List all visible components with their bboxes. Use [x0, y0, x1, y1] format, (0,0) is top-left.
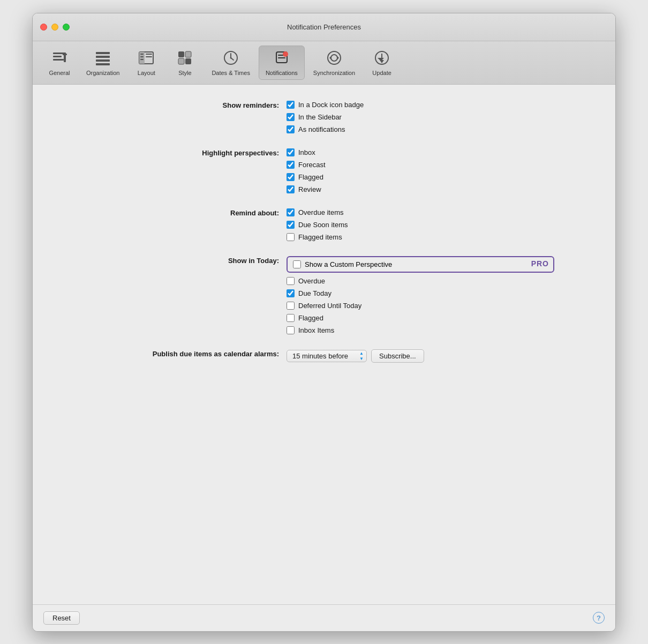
- tab-organization-label: Organization: [86, 70, 119, 76]
- svg-rect-19: [185, 58, 191, 64]
- publish-due-label: Publish due items as calendar alarms:: [137, 349, 287, 358]
- subscribe-button[interactable]: Subscribe...: [371, 349, 424, 363]
- reminder-notifications-label: As notifications: [298, 125, 345, 133]
- svg-rect-18: [178, 58, 184, 64]
- sit-flagged-checkbox[interactable]: [287, 314, 295, 322]
- reminder-dock-row: In a Dock icon badge: [287, 101, 364, 109]
- tab-synchronization[interactable]: Synchronization: [307, 46, 361, 79]
- svg-rect-11: [140, 54, 144, 55]
- show-in-today-label: Show in Today:: [137, 256, 287, 265]
- ra-due-soon-checkbox[interactable]: [287, 221, 295, 229]
- ra-overdue-row: Overdue items: [287, 208, 348, 216]
- hp-inbox-row: Inbox: [287, 148, 326, 156]
- tab-dates-times[interactable]: Dates & Times: [205, 46, 257, 79]
- reminder-dock-checkbox[interactable]: [287, 101, 295, 109]
- tab-general[interactable]: General: [41, 46, 78, 79]
- publish-controls-row: 5 minutes before 10 minutes before 15 mi…: [287, 349, 424, 363]
- hp-flagged-checkbox[interactable]: [287, 173, 295, 181]
- bottom-bar: Reset ?: [33, 604, 615, 631]
- reset-button[interactable]: Reset: [43, 611, 80, 625]
- hp-inbox-checkbox[interactable]: [287, 148, 295, 156]
- zoom-button[interactable]: [63, 24, 70, 31]
- sit-inbox-label: Inbox Items: [298, 326, 334, 334]
- general-icon: [50, 48, 69, 68]
- svg-rect-6: [96, 56, 110, 58]
- pro-badge: PRO: [531, 259, 549, 268]
- help-button[interactable]: ?: [593, 612, 605, 624]
- svg-marker-29: [337, 56, 339, 59]
- reminder-dock-label: In a Dock icon badge: [298, 101, 364, 109]
- ra-due-soon-label: Due Soon items: [298, 221, 348, 229]
- svg-marker-30: [329, 56, 331, 59]
- ra-due-soon-row: Due Soon items: [287, 221, 348, 229]
- svg-rect-2: [53, 59, 64, 61]
- reminder-sidebar-label: In the Sidebar: [298, 113, 342, 121]
- custom-perspective-label: Show a Custom Perspective: [305, 260, 392, 268]
- sit-due-today-checkbox[interactable]: [287, 289, 295, 297]
- hp-forecast-checkbox[interactable]: [287, 161, 295, 169]
- ra-flagged-checkbox[interactable]: [287, 233, 295, 241]
- hp-review-checkbox[interactable]: [287, 185, 295, 193]
- tab-synchronization-label: Synchronization: [313, 70, 355, 76]
- svg-rect-17: [185, 51, 191, 57]
- publish-due-controls: 5 minutes before 10 minutes before 15 mi…: [287, 349, 424, 363]
- show-in-today-row: Show in Today: Show a Custom Perspective…: [137, 256, 511, 334]
- minutes-select-wrapper: 5 minutes before 10 minutes before 15 mi…: [287, 350, 367, 362]
- sit-deferred-checkbox[interactable]: [287, 302, 295, 310]
- reminder-sidebar-row: In the Sidebar: [287, 113, 364, 121]
- svg-rect-16: [178, 51, 184, 57]
- notifications-icon: [272, 48, 291, 68]
- tab-update-label: Update: [372, 70, 391, 76]
- minimize-button[interactable]: [51, 24, 58, 31]
- svg-rect-12: [140, 56, 144, 57]
- ra-overdue-checkbox[interactable]: [287, 208, 295, 216]
- svg-rect-13: [140, 59, 144, 60]
- minutes-select[interactable]: 5 minutes before 10 minutes before 15 mi…: [287, 350, 367, 362]
- ra-flagged-label: Flagged items: [298, 233, 342, 241]
- preferences-window: Notification Preferences General: [32, 13, 616, 632]
- show-in-today-controls: Show a Custom Perspective PRO Overdue Du…: [287, 256, 554, 334]
- pro-box: Show a Custom Perspective PRO: [287, 256, 554, 273]
- sit-flagged-label: Flagged: [298, 314, 323, 322]
- highlight-perspectives-label: Highlight perspectives:: [137, 148, 287, 157]
- tab-update[interactable]: Update: [364, 46, 400, 79]
- hp-review-row: Review: [287, 185, 326, 193]
- sit-flagged-row: Flagged: [287, 314, 554, 322]
- show-reminders-controls: In a Dock icon badge In the Sidebar As n…: [287, 101, 364, 133]
- tab-organization[interactable]: Organization: [80, 46, 126, 79]
- svg-point-25: [283, 51, 288, 57]
- hp-flagged-row: Flagged: [287, 173, 326, 181]
- remind-about-controls: Overdue items Due Soon items Flagged ite…: [287, 208, 348, 241]
- custom-perspective-checkbox[interactable]: [293, 260, 301, 268]
- style-icon: [175, 48, 194, 68]
- tab-notifications[interactable]: Notifications: [259, 46, 305, 80]
- ra-overdue-label: Overdue items: [298, 208, 344, 216]
- layout-icon: [137, 48, 156, 68]
- hp-inbox-label: Inbox: [298, 148, 315, 156]
- publish-due-row: Publish due items as calendar alarms: 5 …: [137, 349, 511, 363]
- svg-rect-27: [278, 57, 285, 58]
- titlebar: Notification Preferences: [33, 13, 615, 41]
- svg-marker-34: [380, 60, 384, 63]
- reminder-sidebar-checkbox[interactable]: [287, 113, 295, 121]
- settings-grid: Show reminders: In a Dock icon badge In …: [137, 101, 511, 363]
- synchronization-icon: [325, 48, 344, 68]
- svg-rect-4: [63, 54, 67, 55]
- tab-style-label: Style: [178, 70, 191, 76]
- svg-rect-3: [64, 55, 66, 62]
- svg-rect-15: [146, 56, 152, 57]
- close-button[interactable]: [40, 24, 47, 31]
- tab-notifications-label: Notifications: [266, 70, 298, 76]
- svg-rect-8: [96, 63, 110, 65]
- tab-layout-label: Layout: [138, 70, 155, 76]
- sit-inbox-checkbox[interactable]: [287, 326, 295, 334]
- reminder-notifications-checkbox[interactable]: [287, 125, 295, 133]
- svg-rect-7: [96, 59, 110, 62]
- sit-inbox-row: Inbox Items: [287, 326, 554, 334]
- update-icon: [372, 48, 391, 68]
- tab-style[interactable]: Style: [167, 46, 203, 79]
- tab-layout[interactable]: Layout: [128, 46, 164, 79]
- sit-overdue-checkbox[interactable]: [287, 277, 295, 285]
- organization-icon: [93, 48, 112, 68]
- content-area: Show reminders: In a Dock icon badge In …: [33, 85, 615, 604]
